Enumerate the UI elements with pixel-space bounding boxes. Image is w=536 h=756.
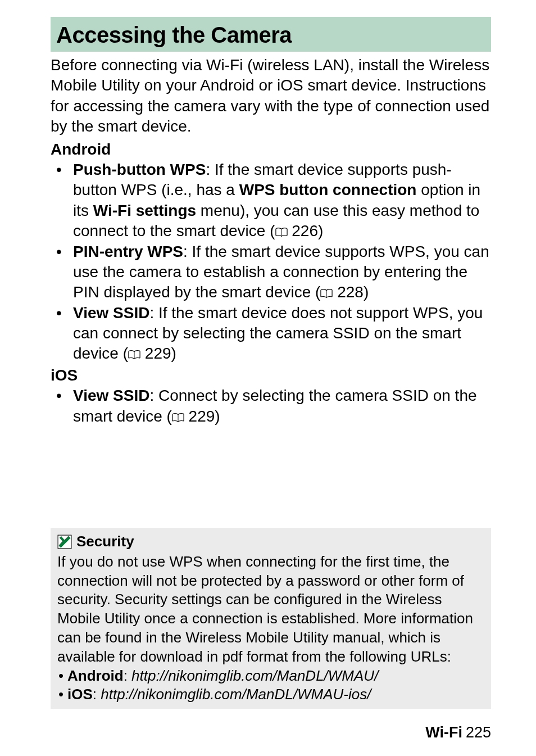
item-text: WPS button connection <box>239 181 417 198</box>
page-footer: Wi-Fi225 <box>425 723 491 743</box>
ios-heading: iOS <box>51 365 491 386</box>
footer-page: 225 <box>466 724 491 741</box>
android-heading: Android <box>51 139 491 160</box>
list-item: PIN-entry WPS: If the smart device suppo… <box>51 242 491 303</box>
page-ref-icon <box>320 289 333 298</box>
item-label: Push-button WPS <box>73 161 206 178</box>
note-title: Security <box>76 532 134 551</box>
page-ref-icon <box>128 350 140 359</box>
link-url: http://nikonimglib.com/ManDL/WMAU-ios/ <box>101 686 371 703</box>
page-ref: 226) <box>288 222 324 239</box>
item-label: View SSID <box>73 304 149 322</box>
warning-icon <box>57 535 72 549</box>
item-label: PIN-entry WPS <box>73 243 183 260</box>
list-item: Push-button WPS: If the smart device sup… <box>51 160 491 242</box>
page-ref: 228) <box>333 283 369 301</box>
page-ref: 229) <box>140 345 176 362</box>
note-body: If you do not use WPS when connecting fo… <box>57 553 484 667</box>
page-ref: 229) <box>184 408 220 425</box>
page-ref-icon <box>172 413 184 422</box>
item-text: Wi-Fi settings <box>93 202 196 219</box>
android-list: Push-button WPS: If the smart device sup… <box>51 160 491 364</box>
page-ref-icon <box>275 228 288 237</box>
list-item: View SSID: If the smart device does not … <box>51 303 491 364</box>
separator: : <box>124 667 131 684</box>
link-url: http://nikonimglib.com/ManDL/WMAU/ <box>131 667 378 684</box>
intro-paragraph: Before connecting via Wi-Fi (wireless LA… <box>51 55 491 137</box>
footer-section: Wi-Fi <box>425 724 462 741</box>
list-item: iOS: http://nikonimglib.com/ManDL/WMAU-i… <box>57 685 484 704</box>
list-item: Android: http://nikonimglib.com/ManDL/WM… <box>57 667 484 686</box>
note-links: Android: http://nikonimglib.com/ManDL/WM… <box>57 667 484 705</box>
link-label: Android <box>67 667 124 684</box>
item-label: View SSID <box>73 387 149 404</box>
section-heading: Accessing the Camera <box>51 17 491 52</box>
separator: : <box>93 686 101 703</box>
list-item: View SSID: Connect by selecting the came… <box>51 386 491 427</box>
ios-list: View SSID: Connect by selecting the came… <box>51 386 491 427</box>
security-note: Security If you do not use WPS when conn… <box>51 528 491 709</box>
link-label: iOS <box>67 686 93 703</box>
